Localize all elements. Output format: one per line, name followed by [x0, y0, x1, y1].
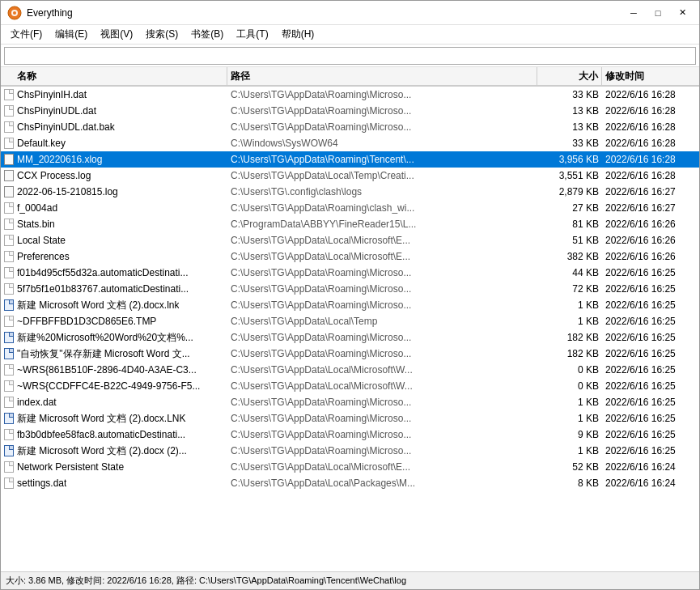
- file-icon: [4, 478, 14, 489]
- table-row[interactable]: Default.key C:\Windows\SysWOW64 33 KB 20…: [1, 135, 699, 151]
- file-modified: 2022/6/16 16:25: [602, 445, 699, 456]
- file-modified: 2022/6/16 16:25: [602, 413, 699, 424]
- table-row[interactable]: ChsPinyinIH.dat C:\Users\TG\AppData\Roam…: [1, 87, 699, 103]
- table-row[interactable]: settings.dat C:\Users\TG\AppData\Local\P…: [1, 475, 699, 491]
- file-modified: 2022/6/16 16:28: [602, 121, 699, 133]
- file-modified: 2022/6/16 16:26: [602, 219, 699, 230]
- menu-view[interactable]: 视图(V): [94, 26, 139, 43]
- file-name: 新建 Microsoft Word 文档 (2).docx (2)...: [1, 444, 227, 458]
- file-size: 81 KB: [537, 219, 602, 230]
- table-row[interactable]: 新建 Microsoft Word 文档 (2).docx.lnk C:\Use…: [1, 297, 699, 313]
- file-icon: [4, 332, 14, 343]
- table-row[interactable]: 新建%20Microsoft%20Word%20文档%... C:\Users\…: [1, 329, 699, 346]
- file-icon: [4, 235, 14, 246]
- search-bar: [1, 45, 699, 67]
- file-size: 13 KB: [537, 121, 602, 133]
- table-row[interactable]: 5f7b5f1e01b83767.automaticDestinati... C…: [1, 281, 699, 297]
- file-modified: 2022/6/16 16:25: [602, 299, 699, 311]
- file-name: ChsPinyinUDL.dat.bak: [1, 121, 227, 133]
- status-text: 大小: 3.86 MB, 修改时间: 2022/6/16 16:28, 路径: …: [6, 575, 406, 587]
- file-size: 8 KB: [537, 478, 602, 489]
- table-row[interactable]: 2022-06-15-210815.log C:\Users\TG\.confi…: [1, 184, 699, 200]
- file-path: C:\Windows\SysWOW64: [227, 138, 537, 149]
- file-icon: [4, 380, 14, 392]
- file-modified: 2022/6/16 16:25: [602, 283, 699, 295]
- close-button[interactable]: ✕: [672, 5, 693, 21]
- file-path: C:\Users\TG\AppData\Roaming\Microso...: [227, 283, 537, 295]
- table-row[interactable]: ~WRS{CCDFFС4E-B22C-4949-9756-F5... C:\Us…: [1, 378, 699, 394]
- table-area: ChsPinyinIH.dat C:\Users\TG\AppData\Roam…: [1, 87, 699, 571]
- file-name: "自动恢复"保存新建 Microsoft Word 文...: [1, 347, 227, 361]
- file-list[interactable]: ChsPinyinIH.dat C:\Users\TG\AppData\Roam…: [1, 87, 699, 571]
- file-icon: [4, 202, 14, 214]
- file-modified: 2022/6/16 16:25: [602, 429, 699, 440]
- menu-tools[interactable]: 工具(T): [230, 26, 274, 43]
- menu-edit[interactable]: 编辑(E): [49, 26, 94, 43]
- table-row[interactable]: 新建 Microsoft Word 文档 (2).docx.LNK C:\Use…: [1, 410, 699, 427]
- file-size: 0 KB: [537, 364, 602, 376]
- file-size: 2,879 KB: [537, 186, 602, 197]
- header-path[interactable]: 路径: [227, 67, 537, 85]
- table-row[interactable]: Stats.bin C:\ProgramData\ABBYY\FineReade…: [1, 216, 699, 232]
- table-row[interactable]: Local State C:\Users\TG\AppData\Local\Mi…: [1, 232, 699, 248]
- file-size: 33 KB: [537, 138, 602, 149]
- menu-help[interactable]: 帮助(H): [275, 26, 321, 43]
- table-row[interactable]: ChsPinyinUDL.dat.bak C:\Users\TG\AppData…: [1, 119, 699, 135]
- file-modified: 2022/6/16 16:28: [602, 154, 699, 165]
- table-row[interactable]: f_0004ad C:\Users\TG\AppData\Roaming\cla…: [1, 200, 699, 216]
- file-modified: 2022/6/16 16:28: [602, 170, 699, 181]
- file-name-text: Default.key: [17, 138, 66, 149]
- file-path: C:\Users\TG\AppData\Local\Microsoft\W...: [227, 364, 537, 376]
- file-modified: 2022/6/16 16:25: [602, 316, 699, 327]
- search-input[interactable]: [4, 47, 696, 65]
- table-row[interactable]: ChsPinyinUDL.dat C:\Users\TG\AppData\Roa…: [1, 103, 699, 119]
- file-name-text: Local State: [17, 235, 66, 246]
- file-path: C:\Users\TG\AppData\Roaming\Tencent\...: [227, 154, 537, 165]
- file-name: 新建 Microsoft Word 文档 (2).docx.LNK: [1, 412, 227, 426]
- file-path: C:\Users\TG\AppData\Local\Packages\M...: [227, 478, 537, 489]
- table-row[interactable]: ~WRS{861B510F-2896-4D40-A3AE-C3... C:\Us…: [1, 362, 699, 378]
- maximize-button[interactable]: □: [647, 5, 668, 21]
- table-row[interactable]: index.dat C:\Users\TG\AppData\Roaming\Mi…: [1, 394, 699, 410]
- file-name-text: 新建%20Microsoft%20Word%20文档%...: [17, 331, 193, 345]
- svg-point-2: [13, 11, 16, 15]
- header-name[interactable]: 名称: [1, 67, 227, 85]
- file-size: 1 KB: [537, 413, 602, 424]
- table-row[interactable]: MM_20220616.xlog C:\Users\TG\AppData\Roa…: [1, 151, 699, 168]
- file-size: 52 KB: [537, 461, 602, 473]
- file-icon: [4, 445, 14, 456]
- menu-search[interactable]: 搜索(S): [139, 26, 185, 43]
- header-modified[interactable]: 修改时间: [602, 67, 699, 85]
- file-size: 182 KB: [537, 332, 602, 343]
- menu-bookmark[interactable]: 书签(B): [185, 26, 230, 43]
- file-size: 1 KB: [537, 397, 602, 408]
- table-row[interactable]: 新建 Microsoft Word 文档 (2).docx (2)... C:\…: [1, 443, 699, 459]
- file-modified: 2022/6/16 16:24: [602, 461, 699, 473]
- file-name-text: 2022-06-15-210815.log: [17, 186, 118, 197]
- file-icon: [4, 299, 14, 311]
- table-row[interactable]: "自动恢复"保存新建 Microsoft Word 文... C:\Users\…: [1, 346, 699, 362]
- file-icon: [4, 170, 14, 181]
- file-size: 382 KB: [537, 251, 602, 262]
- title-controls: ─ □ ✕: [623, 5, 693, 21]
- table-row[interactable]: ~DFFBFFBD1D3CD865E6.TMP C:\Users\TG\AppD…: [1, 313, 699, 329]
- file-size: 3,551 KB: [537, 170, 602, 181]
- table-row[interactable]: CCX Process.log C:\Users\TG\AppData\Loca…: [1, 168, 699, 184]
- minimize-button[interactable]: ─: [623, 5, 644, 21]
- file-name: index.dat: [1, 397, 227, 408]
- file-name-text: MM_20220616.xlog: [17, 154, 102, 165]
- file-modified: 2022/6/16 16:27: [602, 202, 699, 214]
- file-modified: 2022/6/16 16:28: [602, 138, 699, 149]
- file-size: 182 KB: [537, 348, 602, 359]
- file-icon: [4, 397, 14, 408]
- table-row[interactable]: Preferences C:\Users\TG\AppData\Local\Mi…: [1, 248, 699, 265]
- table-row[interactable]: f01b4d95cf55d32a.automaticDestinati... C…: [1, 265, 699, 281]
- table-row[interactable]: fb3b0dbfee58fac8.automaticDestinati... C…: [1, 427, 699, 443]
- file-name: 5f7b5f1e01b83767.automaticDestinati...: [1, 283, 227, 295]
- header-size[interactable]: 大小: [537, 67, 602, 85]
- file-path: C:\Users\TG\AppData\Roaming\Microso...: [227, 299, 537, 311]
- table-row[interactable]: Network Persistent State C:\Users\TG\App…: [1, 459, 699, 475]
- file-name: ChsPinyinUDL.dat: [1, 105, 227, 117]
- menu-file[interactable]: 文件(F): [4, 26, 49, 43]
- file-path: C:\ProgramData\ABBYY\FineReader15\L...: [227, 219, 537, 230]
